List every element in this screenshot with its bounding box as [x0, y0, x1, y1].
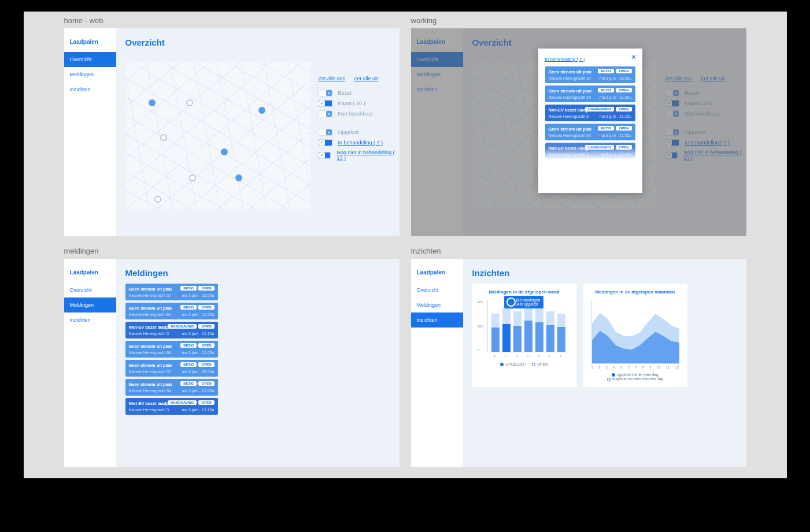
melding-card[interactable]: BEZIGOPENGeen stroom uit paalNieuwe Here… [125, 284, 218, 300]
bulk-all-off[interactable]: Zet alle uit [354, 76, 378, 81]
bar[interactable] [546, 311, 554, 352]
badge-open: OPEN [616, 145, 631, 150]
modal-in-behandeling: ✕ In behandeling ( 7 ) BEZIGOPENGeen str… [538, 49, 642, 193]
bar[interactable] [524, 304, 532, 352]
area-xlabel: 2 [598, 366, 600, 369]
bar[interactable] [513, 311, 521, 352]
nav-overzicht[interactable]: Overzicht [64, 282, 116, 297]
melding-card[interactable]: BEZIGOPENGeen stroom uit paalNieuwe Here… [545, 85, 635, 102]
chart-week: Meldingen in de afgelopen week 3001500 1… [472, 284, 576, 387]
area-xlabel: 8 [642, 366, 644, 369]
label-opgelost: Opgelost [338, 129, 359, 135]
area-xlabel: 5 [620, 366, 622, 369]
badge-status: BEZIG [598, 126, 614, 131]
card-time: ma 3 juni - 11:15u [182, 408, 214, 412]
label-kapot: Kapot ( 20 ) [338, 101, 365, 106]
melding-card[interactable]: BEZIGOPENGeen stroom uit paalNieuwe Here… [545, 66, 635, 83]
legend-open: OPEN [537, 362, 548, 366]
card-time: ma 3 juni - 11:15u [599, 114, 631, 118]
badge-open: OPEN [198, 381, 214, 386]
map-pin[interactable] [189, 174, 196, 181]
label-in-behandeling[interactable]: In behandeling ( 7 ) [338, 140, 383, 146]
toggle-kapot[interactable] [319, 100, 332, 107]
toggle-bezet[interactable] [319, 90, 332, 96]
toggle-in-behandeling[interactable] [319, 139, 332, 146]
bar[interactable] [502, 308, 511, 352]
modal-title: In behandeling ( 7 ) [545, 57, 635, 62]
melding-card[interactable]: BEZIGOPENGeen stroom uit paalNieuwe Here… [545, 124, 635, 140]
toggle-niet-bereikbaar[interactable] [319, 110, 332, 117]
area-xlabel: 7 [635, 366, 637, 369]
card-time: ma 3 juni - 11:02u [599, 95, 631, 99]
bar[interactable] [535, 307, 543, 352]
nav-meldingen[interactable]: Meldingen [411, 297, 463, 312]
legend-area-b: opgelost na meer dan een dag [612, 377, 663, 381]
nav-overzicht[interactable]: Overzicht [411, 282, 463, 297]
card-location: Nieuwe Herengracht 3 [129, 332, 169, 336]
area-xlabel: 1 [591, 366, 593, 369]
chart-week-title: Meldingen in de afgelopen week [477, 289, 572, 295]
nav-inzichten[interactable]: Inzichten [411, 312, 463, 328]
card-location: Nieuwe Herengracht 37 [129, 293, 172, 297]
map-pin[interactable] [235, 174, 242, 181]
melding-card[interactable]: HANDHAVINGOPENNiet-EV bezet laadplekNieu… [545, 105, 635, 121]
nav-meldingen[interactable]: Meldingen [64, 297, 116, 312]
card-time: ma 3 juni - 11:15u [182, 332, 214, 336]
map[interactable] [125, 62, 310, 209]
badge-status: BEZIG [180, 343, 197, 348]
nav-inzichten[interactable]: Inzichten [64, 82, 116, 97]
bar-xlabel: 4 [524, 354, 532, 358]
map-pin[interactable] [221, 148, 228, 155]
area-xlabel: 11 [666, 366, 670, 369]
melding-card[interactable]: BEZIGOPENGeen stroom uit paalNieuwe Here… [125, 341, 218, 358]
close-icon[interactable]: ✕ [631, 53, 637, 61]
bar[interactable] [557, 314, 565, 352]
badge-open: OPEN [198, 286, 214, 291]
nav-meldingen[interactable]: Meldingen [64, 67, 116, 82]
card-location: Nieuwe Herengracht 37 [549, 76, 591, 80]
nav-overzicht[interactable]: Overzicht [64, 52, 116, 67]
brand: Laadpalen [64, 259, 116, 282]
chart-tooltip: 165 meldingen 34% opgelost [504, 296, 544, 308]
nav-inzichten[interactable]: Inzichten [64, 312, 116, 328]
melding-card[interactable]: HANDHAVINGOPENNiet-EV bezet laadplekNieu… [125, 322, 218, 338]
melding-card[interactable]: BEZIGOPENGeen stroom uit paalNieuwe Here… [125, 360, 218, 377]
card-time: ma 3 juni - 11:02u [182, 389, 214, 393]
card-location: Nieuwe Herengracht 3 [129, 408, 169, 412]
badge-open: OPEN [198, 343, 214, 348]
card-time: ma 3 juni - 11:02u [182, 351, 214, 355]
card-time: ma 3 juni - 10:55u [599, 76, 631, 80]
legend-opgelost: OPGELOST [505, 362, 526, 366]
label-niet-bereikbaar: Niet bereikbaar [338, 111, 373, 117]
map-pin[interactable] [186, 99, 193, 106]
area-xlabel: 4 [613, 366, 615, 369]
area-xlabel: 12 [675, 366, 679, 369]
legend-area-a: opgelost binnen een dag [617, 373, 658, 377]
toggle-opgelost[interactable] [319, 129, 332, 136]
label-nog-niet[interactable]: Nog niet in behandeling ( 13 ) [336, 150, 399, 161]
chart-months: Meldingen in de afgelopen maanden 123456… [583, 284, 687, 387]
melding-card[interactable]: BEZIGOPENGeen stroom uit paalNieuwe Here… [125, 379, 218, 396]
area-xlabel: 3 [606, 366, 608, 369]
bulk-all-on[interactable]: Zet alle aan [319, 76, 346, 81]
melding-card[interactable]: HANDHAVINGOPENNiet-EV bezet laadplekNieu… [125, 398, 218, 415]
card-time: ma 3 juni - 10:55u [182, 370, 214, 374]
badge-status: HANDHAVING [585, 107, 614, 111]
melding-card[interactable]: BEZIGOPENGeen stroom uit paalNieuwe Here… [125, 303, 218, 319]
map-pin[interactable] [258, 107, 265, 114]
frame-title-meldingen: meldingen [64, 242, 400, 259]
area-xlabel: 6 [627, 366, 629, 369]
melding-card[interactable]: HANDHAVINGOPENNiet-EV bezet laadplekNieu… [545, 143, 635, 159]
map-pin[interactable] [160, 134, 167, 141]
brand: Laadpalen [64, 28, 116, 52]
bar[interactable] [491, 314, 500, 352]
badge-status: BEZIG [180, 362, 197, 367]
badge-open: OPEN [616, 69, 631, 73]
badge-status: BEZIG [180, 305, 197, 310]
badge-status: BEZIG [598, 69, 614, 73]
map-pin[interactable] [154, 196, 161, 203]
badge-open: OPEN [616, 126, 631, 131]
toggle-nog-niet[interactable] [319, 152, 331, 159]
frame-title-home: home - web [64, 12, 400, 28]
map-pin[interactable] [149, 99, 156, 106]
